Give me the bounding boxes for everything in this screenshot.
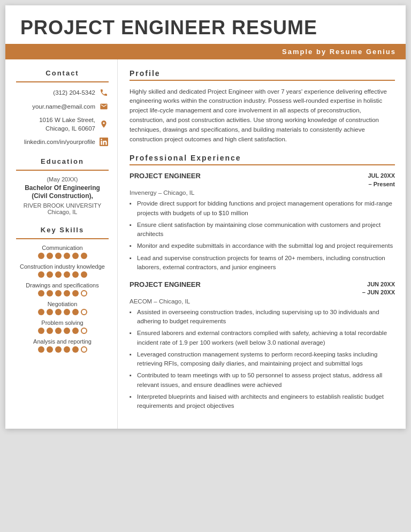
dot-filled <box>64 328 70 334</box>
dot-filled <box>55 290 62 297</box>
phone-text: (312) 204-5342 <box>53 89 95 96</box>
edu-school: RIVER BROOK UNIVERSITY <box>16 202 109 209</box>
dot-empty <box>81 346 87 353</box>
dot-filled <box>64 346 70 353</box>
resume-title: PROJECT ENGINEER RESUME <box>20 17 391 39</box>
edu-date: (May 20XX) <box>16 176 109 183</box>
contact-linkedin: linkedin.com/in/yourprofile <box>16 137 109 147</box>
dot-filled <box>47 271 53 278</box>
contact-title: Contact <box>16 69 109 77</box>
dot-filled <box>55 271 62 278</box>
dot-filled <box>38 253 44 259</box>
resume-body: Contact (312) 204-5342 your.name@email.c… <box>5 59 406 429</box>
skill-dots <box>16 253 109 259</box>
dot-filled <box>72 309 79 315</box>
contact-address: 1016 W Lake Street, Chicago, IL 60607 <box>16 116 109 133</box>
job-bullet: Ensured laborers and external contractor… <box>130 329 395 347</box>
job-bullet: Assisted in overseeing construction trad… <box>130 308 395 326</box>
job-title: PROJECT ENGINEER <box>130 172 201 180</box>
skill-name: Analysis and reporting <box>16 338 109 345</box>
education-section: Education (May 20XX) Bachelor Of Enginee… <box>16 157 109 215</box>
skill-item: Construction industry knowledge <box>16 263 109 278</box>
left-column: Contact (312) 204-5342 your.name@email.c… <box>5 59 118 429</box>
dot-empty <box>81 309 87 315</box>
skill-dots <box>16 309 109 315</box>
dot-empty <box>81 290 87 297</box>
skill-item: Problem solving <box>16 320 109 334</box>
dot-filled <box>72 328 79 334</box>
dot-filled <box>55 346 62 353</box>
skill-dots <box>16 290 109 297</box>
skill-name: Communication <box>16 245 109 251</box>
skill-item: Negotiation <box>16 301 109 315</box>
dot-filled <box>38 328 44 334</box>
edu-degree: Bachelor Of Engineering (Civil Construct… <box>16 184 109 201</box>
resume-container: PROJECT ENGINEER RESUME Sample by Resume… <box>5 5 406 429</box>
dot-filled <box>38 271 44 278</box>
brand-banner: Sample by Resume Genius <box>5 44 406 59</box>
dot-filled <box>55 309 62 315</box>
dot-empty <box>81 328 87 334</box>
edu-location: Chicago, IL <box>16 209 109 215</box>
dot-filled <box>64 271 70 278</box>
dot-filled <box>55 253 62 259</box>
job-header: PROJECT ENGINEERJUL 20XX– Present <box>130 172 395 188</box>
dot-filled <box>38 290 44 297</box>
skill-item: Drawings and specifications <box>16 282 109 297</box>
education-divider <box>16 170 109 171</box>
dot-filled <box>72 271 79 278</box>
dot-filled <box>64 309 70 315</box>
email-icon <box>99 102 109 111</box>
dot-filled <box>72 253 79 259</box>
skills-section: Key Skills CommunicationConstruction ind… <box>16 226 109 353</box>
profile-title: Profile <box>130 69 395 78</box>
experience-divider <box>130 164 395 165</box>
skills-divider <box>16 238 109 239</box>
job-bullet: Leveraged construction management system… <box>130 350 395 369</box>
jobs-list: PROJECT ENGINEERJUL 20XX– PresentInvener… <box>130 172 395 411</box>
dot-filled <box>81 253 87 259</box>
job-block: PROJECT ENGINEERJUN 20XX– JUN 20XXAECOM … <box>130 280 395 411</box>
skill-name: Negotiation <box>16 301 109 307</box>
phone-icon <box>99 88 109 97</box>
job-block: PROJECT ENGINEERJUL 20XX– PresentInvener… <box>130 172 395 272</box>
email-text: your.name@email.com <box>32 103 95 110</box>
dot-filled <box>72 346 79 353</box>
dot-filled <box>47 346 53 353</box>
skill-dots <box>16 271 109 278</box>
job-company: Invenergy – Chicago, IL <box>130 189 395 196</box>
skills-title: Key Skills <box>16 226 109 234</box>
job-dates: JUL 20XX– Present <box>368 172 395 188</box>
job-bullet: Interpreted blueprints and liaised with … <box>130 392 395 411</box>
dot-filled <box>55 328 62 334</box>
experience-section: Professional Experience PROJECT ENGINEER… <box>130 154 395 411</box>
right-column: Profile Highly skilled and dedicated Pro… <box>118 59 406 429</box>
skill-name: Problem solving <box>16 320 109 326</box>
dot-filled <box>64 290 70 297</box>
dot-filled <box>81 271 87 278</box>
address-text: 1016 W Lake Street, Chicago, IL 60607 <box>16 116 95 133</box>
skills-list: CommunicationConstruction industry knowl… <box>16 245 109 353</box>
dot-filled <box>38 346 44 353</box>
job-company: AECOM – Chicago, IL <box>130 298 395 305</box>
contact-divider <box>16 81 109 82</box>
dot-filled <box>47 309 53 315</box>
job-bullet: Provide direct support for bidding funct… <box>130 199 395 218</box>
job-bullets: Provide direct support for bidding funct… <box>130 199 395 272</box>
skill-name: Drawings and specifications <box>16 282 109 288</box>
resume-header: PROJECT ENGINEER RESUME <box>5 5 406 44</box>
contact-phone: (312) 204-5342 <box>16 88 109 97</box>
skill-item: Analysis and reporting <box>16 338 109 353</box>
dot-filled <box>38 309 44 315</box>
linkedin-icon <box>99 137 109 147</box>
job-bullet: Contributed to team meetings with up to … <box>130 371 395 390</box>
dot-filled <box>47 253 53 259</box>
experience-title: Professional Experience <box>130 154 395 162</box>
contact-section: Contact (312) 204-5342 your.name@email.c… <box>16 69 109 147</box>
skill-name: Construction industry knowledge <box>16 263 109 270</box>
job-title: PROJECT ENGINEER <box>130 280 201 288</box>
dot-filled <box>72 290 79 297</box>
dot-filled <box>47 328 53 334</box>
contact-email: your.name@email.com <box>16 102 109 111</box>
dot-filled <box>47 290 53 297</box>
